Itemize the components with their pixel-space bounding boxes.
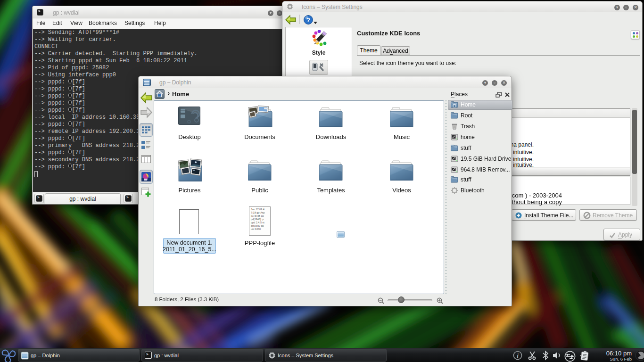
svg-text:?: ? [306,16,310,24]
svg-text:i: i [517,352,519,359]
